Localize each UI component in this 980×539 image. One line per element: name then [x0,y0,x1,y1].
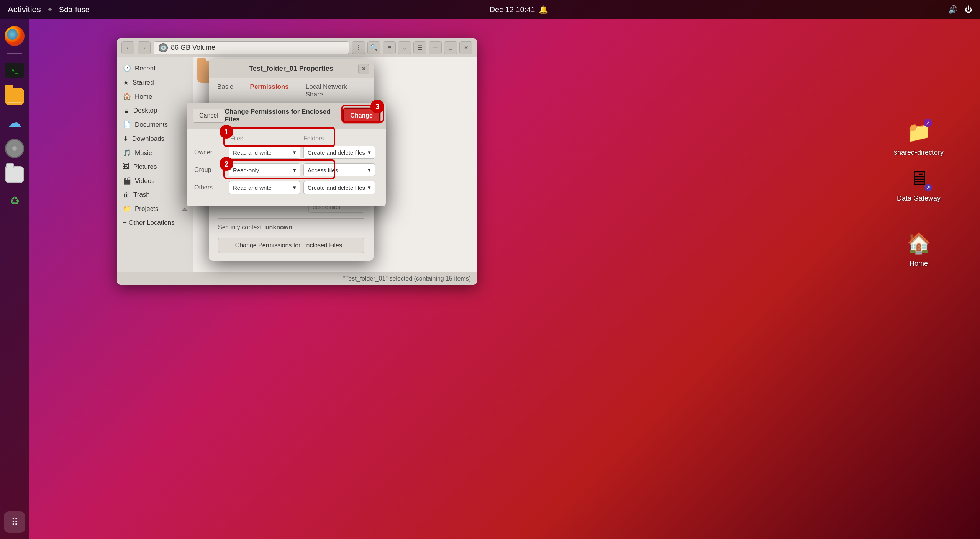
fm-forward-button[interactable]: › [138,41,151,54]
dock-left: $_ ☁ ♻ ⠿ [0,19,29,539]
sidebar-item-documents[interactable]: 📄 Documents [117,118,193,132]
desktop-icon-nav: 🖥 [123,107,129,114]
desktop-icon-data-gateway-label: Data Gateway [897,194,941,203]
cp-group-files-value: Read-only [233,167,259,173]
cp-header: Cancel Change Permissions for Enclosed F… [187,103,386,129]
desktop-icon-shared-directory[interactable]: 📁 ↗ shared-directory [892,119,946,157]
cp-others-files-value: Read and write [233,185,272,191]
cp-others-label: Others [194,184,229,191]
home-icon: 🏠 [123,93,131,101]
cp-group-files-select[interactable]: Read-only ▾ [229,163,300,176]
starred-icon: ★ [123,78,129,87]
sidebar-item-downloads[interactable]: ⬇ Downloads [117,132,193,146]
trash-icon: 🗑 [123,191,129,199]
sidebar-item-music[interactable]: 🎵 Music [117,146,193,160]
prop-divider [218,218,364,219]
desktop-icon-home[interactable]: 🏠 Home [892,230,946,268]
cp-owner-folders-select[interactable]: Create and delete files ▾ [303,146,375,159]
chevron-down-icon: ▾ [368,149,371,156]
sidebar-item-trash[interactable]: 🗑 Trash [117,188,193,202]
sidebar-item-desktop[interactable]: 🖥 Desktop [117,104,193,118]
pictures-icon: 🖼 [123,163,129,171]
dock-icon-cloud[interactable]: ☁ [4,112,25,133]
cp-cancel-button[interactable]: Cancel [193,109,225,122]
tab-basic[interactable]: Basic [209,78,242,104]
change-permissions-dialog: Cancel Change Permissions for Enclosed F… [187,103,386,206]
dock-icon-apps[interactable]: ⠿ [4,511,25,533]
cp-owner-files-value: Read and write [233,149,272,156]
datetime: Dec 12 10:41 [489,5,535,14]
cp-others-files-select[interactable]: Read and write ▾ [229,181,300,194]
chevron-down-icon: ▾ [368,167,371,173]
cp-dialog-title: Change Permissions for Enclosed Files [225,108,344,123]
cp-owner-folders-value: Create and delete files [308,149,365,156]
cp-group-folders-select[interactable]: Access files ▾ [303,163,375,176]
documents-icon: 📄 [123,121,131,129]
dock-icon-disk[interactable] [4,138,25,159]
sidebar-item-recent[interactable]: 🕐 Recent [117,61,193,75]
fm-view-list-button[interactable]: ≡ [383,41,396,54]
recent-icon: 🕐 [123,64,131,72]
desktop-icon-home-label: Home [910,260,928,268]
security-context-value: unknown [265,224,292,231]
cp-col-files: Files [230,135,303,142]
sidebar-item-home[interactable]: 🏠 Home [117,90,193,104]
dock-icon-firefox[interactable] [4,25,25,47]
prop-tabs: Basic Permissions Local Network Share [209,78,374,104]
chevron-down-icon: ▾ [368,184,371,191]
fm-address-text: 86 GB Volume [171,44,215,52]
cp-others-folders-select[interactable]: Create and delete files ▾ [303,181,375,194]
fm-close-button[interactable]: ✕ [459,41,472,54]
fm-sidebar: 🕐 Recent ★ Starred 🏠 Home 🖥 Desktop 📄 Do… [117,57,193,272]
dock-icon-terminal[interactable]: $_ [4,60,25,81]
fm-maximize-button[interactable]: □ [444,41,457,54]
tab-permissions[interactable]: Permissions [242,78,297,104]
cp-perm-row-owner: Owner Read and write ▾ Create and delete… [194,146,378,159]
cp-owner-files-select[interactable]: Read and write ▾ [229,146,300,159]
volume-drive-icon: 💿 [159,43,168,52]
chevron-down-icon: ▾ [293,184,296,191]
sidebar-item-pictures[interactable]: 🖼 Pictures [117,160,193,174]
cp-owner-label: Owner [194,149,229,156]
sidebar-item-projects[interactable]: 📁 Projects ⏏ [117,202,193,216]
statusbar-text: "Test_folder_01" selected (containing 15… [343,275,471,282]
security-context-label: Security context [218,224,262,231]
tab-local-network-share[interactable]: Local Network Share [297,78,374,104]
videos-icon: 🎬 [123,177,131,185]
music-icon: 🎵 [123,149,131,157]
security-context-row: Security context unknown [218,224,364,231]
change-permissions-enclosed-button[interactable]: Change Permissions for Enclosed Files... [218,238,364,253]
fm-statusbar: "Test_folder_01" selected (containing 15… [117,272,477,285]
fm-minimize-button[interactable]: ─ [429,41,442,54]
fm-view-toggle-button[interactable]: ⌄ [398,41,411,54]
cp-col-folders: Folders [303,135,377,142]
dock-icon-recycle[interactable]: ♻ [4,190,25,211]
fm-menu-button[interactable]: ⋮ [352,41,365,54]
projects-eject-icon[interactable]: ⏏ [182,206,187,212]
fm-search-button[interactable]: 🔍 [367,41,380,54]
annotation-badge-3: 3 [370,100,384,113]
prop-close-button[interactable]: ✕ [358,64,369,74]
cp-others-folders-value: Create and delete files [308,185,365,191]
fm-address-bar[interactable]: 💿 86 GB Volume [154,41,349,54]
dock-icon-files2[interactable] [4,164,25,185]
fm-back-button[interactable]: ‹ [121,41,134,54]
desktop-icon-data-gateway[interactable]: 🖥 ↗ Data Gateway [892,165,946,203]
prop-title: Test_folder_01 Properties [249,65,333,73]
projects-icon: 📁 [123,205,131,213]
chevron-down-icon: ▾ [293,167,296,173]
downloads-icon: ⬇ [123,135,128,143]
sidebar-item-other-locations[interactable]: + Other Locations [117,216,193,230]
cp-content: Files Folders Owner Read and write ▾ Cre… [187,129,386,206]
close-icon: ✕ [361,65,366,72]
activities-button[interactable]: Activities [8,5,41,15]
power-icon[interactable]: ⏻ [965,5,972,14]
bell-icon[interactable]: 🔔 [539,5,548,14]
sidebar-item-videos[interactable]: 🎬 Videos [117,174,193,188]
dock-icon-files[interactable] [4,86,25,107]
prop-titlebar: Test_folder_01 Properties ✕ [209,59,374,78]
volume-icon[interactable]: 🔊 [948,5,958,14]
fm-view-grid-button[interactable]: ☰ [413,41,426,54]
sidebar-item-starred[interactable]: ★ Starred [117,75,193,90]
annotation-badge-1: 1 [220,125,233,139]
